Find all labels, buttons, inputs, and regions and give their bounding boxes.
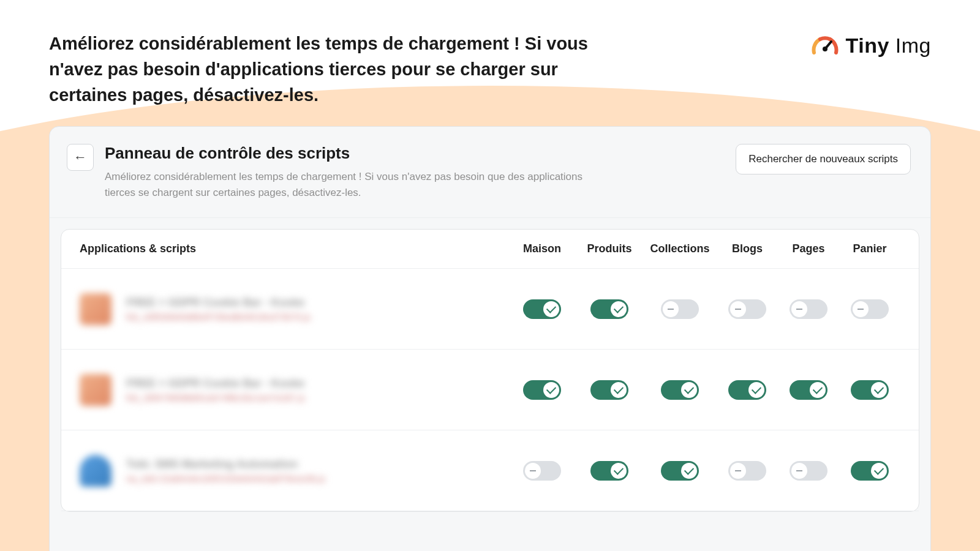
back-button[interactable]: ← <box>67 144 94 171</box>
app-icon <box>80 374 111 406</box>
table-row: FREE > GDPR Cookie Bar - Kookefcb_30f479… <box>61 350 919 430</box>
minus-icon <box>663 301 679 317</box>
toggle-cell <box>717 299 778 319</box>
check-icon <box>543 301 559 317</box>
column-blogs: Blogs <box>717 242 778 255</box>
app-icon <box>80 455 111 487</box>
app-text: FREE > GDPR Cookie Bar - Kookefcb_30f479… <box>126 377 305 403</box>
check-icon <box>611 463 627 479</box>
toggle-switch[interactable] <box>851 380 889 400</box>
toggle-switch[interactable] <box>790 380 827 400</box>
toggle-switch[interactable] <box>728 380 766 400</box>
toggle-switch[interactable] <box>661 461 699 481</box>
brand-logo: Tiny Img <box>812 33 931 58</box>
header-row: Améliorez considérablement les temps de … <box>49 31 931 108</box>
minus-icon <box>525 463 541 479</box>
toggle-cell <box>643 461 717 481</box>
panel-title: Panneau de contrôle des scripts <box>105 144 607 163</box>
app-cell: FREE > GDPR Cookie Bar - Kookefcb_40f030… <box>80 293 508 325</box>
check-icon <box>748 382 764 398</box>
toggle-cell <box>839 299 900 319</box>
toggle-cell <box>576 461 643 481</box>
arrow-left-icon: ← <box>74 149 87 165</box>
toggle-switch[interactable] <box>790 461 827 481</box>
toggle-cell <box>717 461 778 481</box>
column-maison: Maison <box>508 242 576 255</box>
toggle-cell <box>643 380 717 400</box>
toggle-cell <box>508 299 576 319</box>
minus-icon <box>730 463 746 479</box>
toggle-switch[interactable] <box>851 461 889 481</box>
toggle-switch[interactable] <box>661 380 699 400</box>
check-icon <box>871 382 887 398</box>
toggle-switch[interactable] <box>523 380 561 400</box>
toggle-switch[interactable] <box>728 461 766 481</box>
check-icon <box>543 382 559 398</box>
search-new-scripts-button[interactable]: Rechercher de nouveaux scripts <box>736 144 911 174</box>
toggle-switch[interactable] <box>661 299 699 319</box>
toggle-cell <box>643 299 717 319</box>
column-panier: Panier <box>839 242 900 255</box>
app-file: fcb_30f479658b891eb74f8c33c1ee7e2d7.js <box>126 392 305 403</box>
minus-icon <box>730 301 746 317</box>
column-collections: Collections <box>643 242 717 255</box>
toggle-cell <box>576 380 643 400</box>
svg-line-1 <box>825 42 831 49</box>
app-text: Tobi. SMS Marketing Automationna_tobi-22… <box>126 458 325 484</box>
table-row: Tobi. SMS Marketing Automationna_tobi-22… <box>61 430 919 511</box>
minus-icon <box>791 301 807 317</box>
control-panel: ← Panneau de contrôle des scripts Amélio… <box>49 126 931 551</box>
marketing-tagline: Améliorez considérablement les temps de … <box>49 31 612 108</box>
toggle-cell <box>778 380 839 400</box>
toggle-cell <box>839 380 900 400</box>
app-name: FREE > GDPR Cookie Bar - Kooke <box>126 377 305 390</box>
toggle-cell <box>576 299 643 319</box>
toggle-switch[interactable] <box>590 299 628 319</box>
toggle-switch[interactable] <box>590 380 628 400</box>
toggle-cell <box>508 461 576 481</box>
toggle-switch[interactable] <box>851 299 889 319</box>
minus-icon <box>853 301 869 317</box>
check-icon <box>611 301 627 317</box>
app-name: Tobi. SMS Marketing Automation <box>126 458 325 471</box>
app-cell: Tobi. SMS Marketing Automationna_tobi-22… <box>80 455 508 487</box>
app-cell: FREE > GDPR Cookie Bar - Kookefcb_30f479… <box>80 374 508 406</box>
table-header: Applications & scripts Maison Produits C… <box>61 230 919 269</box>
toggle-cell <box>839 461 900 481</box>
toggle-cell <box>717 380 778 400</box>
toggle-switch[interactable] <box>590 461 628 481</box>
toggle-switch[interactable] <box>790 299 827 319</box>
check-icon <box>681 382 697 398</box>
toggle-cell <box>778 299 839 319</box>
toggle-cell <box>778 461 839 481</box>
app-file: na_tobi-22a64c6e183f1033e64442abf78cec0b… <box>126 473 325 484</box>
app-name: FREE > GDPR Cookie Bar - Kooke <box>126 296 311 309</box>
scripts-table: Applications & scripts Maison Produits C… <box>61 229 919 512</box>
toggle-switch[interactable] <box>523 299 561 319</box>
column-produits: Produits <box>576 242 643 255</box>
minus-icon <box>791 463 807 479</box>
column-apps: Applications & scripts <box>80 242 508 255</box>
check-icon <box>871 463 887 479</box>
panel-header: ← Panneau de contrôle des scripts Amélio… <box>50 144 930 218</box>
logo-text: Tiny Img <box>846 34 931 58</box>
toggle-switch[interactable] <box>728 299 766 319</box>
app-text: FREE > GDPR Cookie Bar - Kookefcb_40f030… <box>126 296 311 322</box>
table-row: FREE > GDPR Cookie Bar - Kookefcb_40f030… <box>61 269 919 350</box>
gauge-icon <box>812 33 839 58</box>
column-pages: Pages <box>778 242 839 255</box>
toggle-cell <box>508 380 576 400</box>
app-icon <box>80 293 111 325</box>
panel-header-left: ← Panneau de contrôle des scripts Amélio… <box>67 144 607 200</box>
panel-subtitle: Améliorez considérablement les temps de … <box>105 169 607 200</box>
toggle-switch[interactable] <box>523 461 561 481</box>
check-icon <box>681 463 697 479</box>
app-file: fcb_40f030640d6b4f735edb04018cd73070.js <box>126 312 311 322</box>
check-icon <box>810 382 826 398</box>
page-content: Améliorez considérablement les temps de … <box>0 0 980 551</box>
check-icon <box>611 382 627 398</box>
